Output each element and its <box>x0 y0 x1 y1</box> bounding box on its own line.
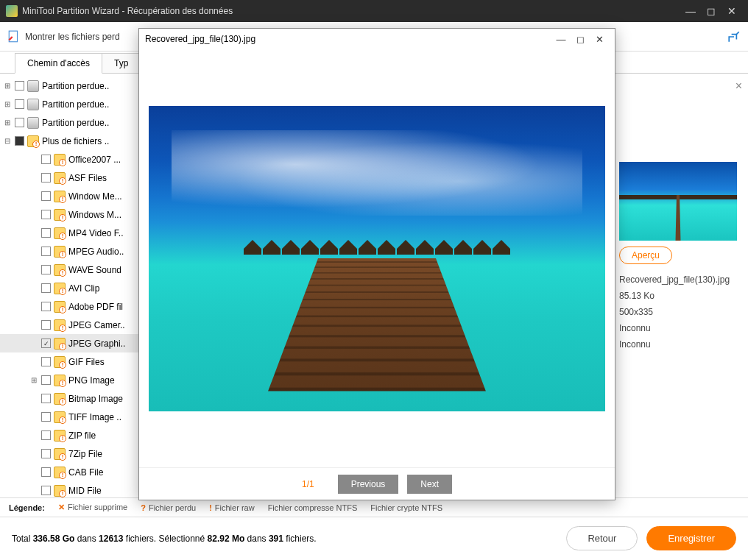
tree-label: Plus de fichiers .. <box>42 136 109 146</box>
checkbox[interactable] <box>41 210 51 219</box>
previous-button[interactable]: Previous <box>338 475 399 494</box>
tree-folder[interactable]: Adobe PDF fil <box>0 297 147 316</box>
checkbox[interactable] <box>41 430 51 440</box>
checkbox[interactable] <box>41 228 51 238</box>
preview-close-icon[interactable]: ✕ <box>590 34 609 45</box>
show-lost-label[interactable]: Montrer les fichiers perd <box>25 32 120 42</box>
checkbox[interactable] <box>41 412 51 422</box>
checkbox[interactable] <box>41 191 51 201</box>
export-icon[interactable] <box>727 30 741 43</box>
checkbox[interactable] <box>41 357 51 366</box>
folder-icon <box>54 448 66 460</box>
tree-folder[interactable]: JPEG Graphi.. <box>0 334 147 352</box>
expander-icon[interactable]: ⊞ <box>3 100 12 108</box>
folder-icon <box>54 246 66 258</box>
tree-folder[interactable]: Windows M... <box>0 205 147 224</box>
tree-label: ASF Files <box>68 173 107 183</box>
close-icon[interactable]: ✕ <box>721 5 742 17</box>
checkbox[interactable] <box>41 283 51 293</box>
checkbox[interactable] <box>15 99 24 109</box>
folder-icon <box>54 411 66 423</box>
expander-icon[interactable]: ⊟ <box>3 137 12 145</box>
checkbox[interactable] <box>41 394 51 403</box>
checkbox[interactable] <box>41 486 51 495</box>
tree-folder[interactable]: 7Zip File <box>0 444 147 463</box>
checkbox[interactable] <box>41 375 51 385</box>
folder-icon <box>27 135 39 147</box>
folder-icon <box>54 467 66 478</box>
folder-icon <box>54 319 66 331</box>
folder-icon <box>54 283 66 294</box>
checkbox[interactable] <box>41 320 51 330</box>
expander-icon[interactable]: ⊞ <box>3 118 12 127</box>
expander-icon[interactable]: ⊞ <box>3 82 12 90</box>
tree-folder[interactable]: AVI Clip <box>0 279 147 297</box>
tree-folder[interactable]: MPEG Audio.. <box>0 242 147 260</box>
tree-folder[interactable]: ZIP file <box>0 426 147 444</box>
checkbox[interactable] <box>15 136 24 146</box>
maximize-icon[interactable]: ◻ <box>701 5 721 17</box>
tree-folder[interactable]: ASF Files <box>0 169 147 187</box>
tree-folder[interactable]: ⊞PNG Image <box>0 371 147 389</box>
tree-folder[interactable]: MP4 Video F.. <box>0 224 147 242</box>
save-button[interactable]: Enregistrer <box>646 526 736 550</box>
checkbox[interactable] <box>41 449 51 458</box>
tree-label: MPEG Audio.. <box>68 247 124 257</box>
tree-folder[interactable]: GIF Files <box>0 352 147 371</box>
folder-icon <box>54 209 66 221</box>
checkbox[interactable] <box>15 81 24 91</box>
svg-rect-0 <box>9 31 17 42</box>
tree-label: CAB File <box>68 467 103 478</box>
checkbox[interactable] <box>41 467 51 477</box>
tree-label: GIF Files <box>68 357 105 367</box>
checkbox[interactable] <box>41 339 51 348</box>
tree-folder[interactable]: Window Me... <box>0 187 147 205</box>
tab-path[interactable]: Chemin d'accès <box>15 53 102 74</box>
tree-label: Partition perdue.. <box>42 99 109 110</box>
minimize-icon[interactable]: ― <box>680 5 701 17</box>
tree-partition[interactable]: ⊞Partition perdue.. <box>0 77 147 95</box>
preview-maximize-icon[interactable]: ◻ <box>571 34 590 45</box>
tab-type[interactable]: Typ <box>102 53 141 73</box>
tree-label: JPEG Camer.. <box>68 320 125 330</box>
folder-icon <box>54 191 66 202</box>
tree-folder[interactable]: JPEG Camer.. <box>0 316 147 334</box>
folder-icon <box>54 172 66 184</box>
checkbox[interactable] <box>41 247 51 256</box>
meta-filename: Recovered_jpg_file(130).jpg <box>619 272 748 288</box>
folder-icon <box>54 154 66 166</box>
disk-icon <box>27 117 39 129</box>
window-title: MiniTool Partition Wizard - Récupération… <box>22 6 233 16</box>
checkbox[interactable] <box>41 265 51 274</box>
app-icon <box>6 5 18 17</box>
meta-unknown2: Inconnu <box>619 336 748 352</box>
preview-minimize-icon[interactable]: ― <box>551 34 571 45</box>
meta-dimensions: 500x335 <box>619 304 748 320</box>
preview-image <box>149 106 605 411</box>
tree-label: Window Me... <box>68 191 122 202</box>
preview-counter: 1/1 <box>302 479 314 489</box>
tree-folder[interactable]: MID File <box>0 481 147 497</box>
checkbox[interactable] <box>41 302 51 311</box>
tree-label: WAVE Sound <box>68 265 121 275</box>
checkbox[interactable] <box>41 155 51 164</box>
preview-button[interactable]: Aperçu <box>619 247 672 264</box>
tree-label: Office2007 ... <box>68 155 121 165</box>
preview-thumbnail <box>619 162 737 241</box>
tree-folder[interactable]: TIFF Image .. <box>0 408 147 426</box>
checkbox[interactable] <box>41 173 51 182</box>
tree-folder[interactable]: CAB File <box>0 463 147 481</box>
next-button[interactable]: Next <box>407 475 452 494</box>
tree-folder[interactable]: Bitmap Image <box>0 389 147 408</box>
tree-partition[interactable]: ⊞Partition perdue.. <box>0 113 147 132</box>
back-button[interactable]: Retour <box>566 526 638 550</box>
expander-icon[interactable]: ⊞ <box>29 376 38 384</box>
checkbox[interactable] <box>15 118 24 127</box>
tree-folder[interactable]: WAVE Sound <box>0 260 147 279</box>
tree-more-files[interactable]: ⊟Plus de fichiers .. <box>0 132 147 150</box>
folder-icon <box>54 264 66 276</box>
panel-close-icon[interactable]: × <box>735 79 742 93</box>
tree-folder[interactable]: Office2007 ... <box>0 150 147 169</box>
tree-label: Adobe PDF fil <box>68 302 123 312</box>
tree-partition[interactable]: ⊞Partition perdue.. <box>0 95 147 113</box>
